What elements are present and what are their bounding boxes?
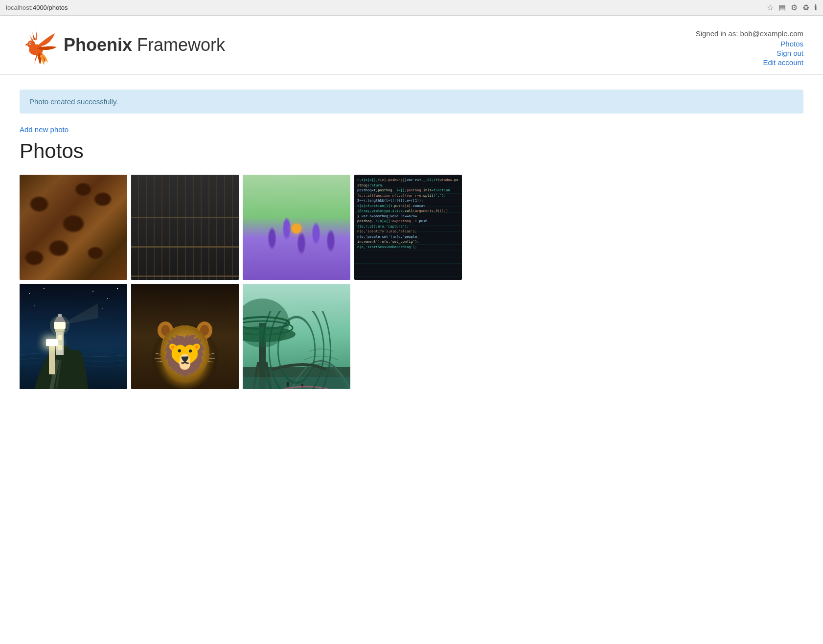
svg-rect-63 xyxy=(287,382,289,387)
svg-point-23 xyxy=(102,308,103,309)
svg-rect-64 xyxy=(301,384,303,388)
svg-rect-16 xyxy=(58,345,62,350)
refresh-icon[interactable]: ♻ xyxy=(802,3,809,12)
svg-point-4 xyxy=(29,43,30,44)
svg-point-20 xyxy=(107,298,108,299)
logo-area: Phoenix Framework xyxy=(20,25,225,65)
svg-point-30 xyxy=(181,355,184,357)
page-title: Photos xyxy=(20,139,803,163)
address-bar[interactable]: localhost:4000/photos xyxy=(6,4,762,11)
svg-line-61 xyxy=(266,362,271,389)
photo-item[interactable] xyxy=(243,284,350,389)
svg-point-31 xyxy=(186,355,189,357)
svg-point-19 xyxy=(92,291,93,292)
info-icon[interactable]: ℹ xyxy=(814,3,817,12)
svg-point-52 xyxy=(200,325,209,336)
photo-item[interactable] xyxy=(131,284,239,389)
architecture-svg xyxy=(243,284,350,389)
nav-signout-link[interactable]: Sign out xyxy=(777,49,803,57)
phoenix-logo xyxy=(20,25,59,65)
svg-rect-24 xyxy=(131,284,239,389)
svg-point-27 xyxy=(166,330,204,365)
svg-point-39 xyxy=(174,341,178,345)
photo-item[interactable] xyxy=(20,175,127,280)
url-path: :4000/photos xyxy=(31,4,68,11)
svg-line-60 xyxy=(253,362,258,389)
svg-rect-15 xyxy=(58,335,62,340)
svg-point-38 xyxy=(190,340,197,345)
settings-icon[interactable]: ⚙ xyxy=(791,3,798,12)
svg-point-40 xyxy=(192,341,196,345)
lighthouse-svg xyxy=(20,284,127,389)
svg-rect-33 xyxy=(186,361,190,367)
add-new-photo-link[interactable]: Add new photo xyxy=(20,125,69,134)
nav-photos-link[interactable]: Photos xyxy=(780,40,803,48)
app-header: Phoenix Framework Signed in as: bob@exam… xyxy=(0,16,823,75)
svg-point-21 xyxy=(117,288,118,289)
flash-success-text: Photo created successfully. xyxy=(29,97,118,106)
svg-point-36 xyxy=(188,339,199,346)
signed-in-text: Signed in as: bob@example.com xyxy=(696,29,803,38)
svg-marker-2 xyxy=(25,44,27,46)
nav-area: Signed in as: bob@example.com Photos Sig… xyxy=(696,25,803,67)
svg-point-26 xyxy=(161,325,208,369)
svg-point-1 xyxy=(27,40,35,48)
code-overlay: r,t[e]=[],t[e].push=n;}}var r=t.__SV;if(… xyxy=(354,175,462,280)
nav-editaccount-link[interactable]: Edit account xyxy=(763,58,803,67)
photo-item[interactable] xyxy=(243,175,350,280)
svg-point-34 xyxy=(180,365,190,373)
svg-point-42 xyxy=(192,341,194,343)
photo-item[interactable]: r,t[e]=[],t[e].push=n;}}var r=t.__SV;if(… xyxy=(354,175,462,280)
svg-point-18 xyxy=(44,288,45,289)
svg-rect-14 xyxy=(58,314,62,317)
flash-success-message: Photo created successfully. xyxy=(20,90,803,114)
url-protocol: localhost xyxy=(6,4,31,11)
menu-icon[interactable]: ▤ xyxy=(778,3,786,12)
browser-toolbar: ☆ ▤ ⚙ ♻ ℹ xyxy=(767,3,817,12)
browser-chrome: localhost:4000/photos ☆ ▤ ⚙ ♻ ℹ xyxy=(0,0,823,16)
svg-point-22 xyxy=(34,305,35,306)
star-icon[interactable]: ☆ xyxy=(767,3,774,12)
svg-point-41 xyxy=(175,341,176,343)
svg-point-29 xyxy=(180,351,190,358)
svg-point-35 xyxy=(171,339,182,346)
main-content: Photo created successfully. Add new phot… xyxy=(0,75,823,404)
svg-point-28 xyxy=(174,350,196,366)
svg-point-37 xyxy=(173,340,180,345)
svg-point-51 xyxy=(161,325,170,336)
svg-rect-32 xyxy=(180,361,184,367)
nav-links: Photos Sign out Edit account xyxy=(696,40,803,67)
svg-rect-54 xyxy=(243,367,350,389)
lion-svg xyxy=(131,284,239,389)
svg-rect-62 xyxy=(243,377,350,389)
logo-text: Phoenix Framework xyxy=(64,35,225,55)
photo-grid: r,t[e]=[],t[e].push=n;}}var r=t.__SV;if(… xyxy=(20,175,803,389)
photo-item[interactable] xyxy=(131,175,239,280)
photo-item[interactable] xyxy=(20,284,127,389)
svg-point-17 xyxy=(29,293,30,294)
